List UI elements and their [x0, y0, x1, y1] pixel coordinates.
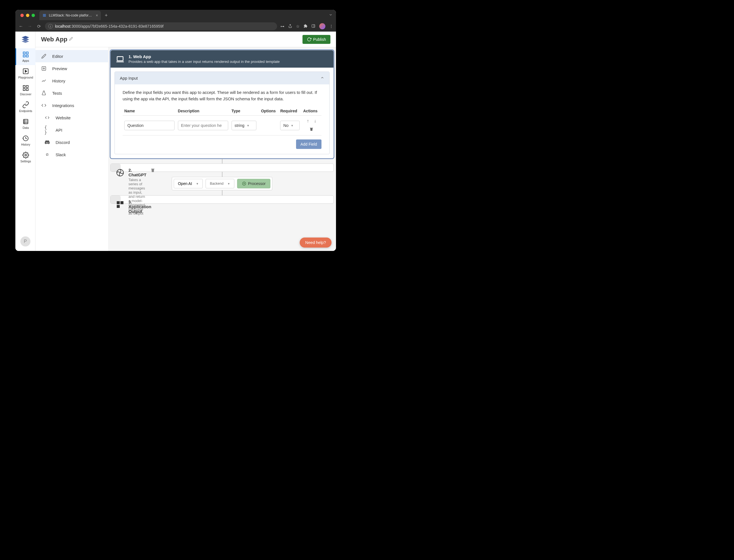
rail-endpoints-label: Endpoints [19, 109, 32, 113]
rail-apps-label: Apps [22, 59, 29, 62]
step-header-webapp: 1. Web App Provides a web app that takes… [111, 50, 334, 68]
tab-favicon-icon [42, 13, 47, 18]
processor-bar: Open AI ▼ Backend ▼ Processor [172, 177, 272, 190]
forward-icon[interactable]: → [27, 24, 33, 29]
url-input[interactable]: i localhost:3000/apps/7bf2e665-154a-432a… [45, 22, 277, 30]
site-info-icon[interactable]: i [48, 24, 53, 29]
caret-down-icon: ▼ [196, 182, 199, 185]
caret-down-icon: ▼ [291, 124, 294, 127]
menu-integrations-label: Integrations [52, 103, 74, 108]
field-type-select[interactable]: string ▼ [232, 121, 257, 130]
url-text: localhost:3000/apps/7bf2e665-154a-432a-8… [55, 24, 163, 29]
delete-step-icon[interactable] [150, 168, 155, 174]
collapse-icon[interactable] [321, 76, 324, 80]
rail-playground[interactable]: Playground [15, 65, 35, 82]
rail-history[interactable]: History [15, 132, 35, 149]
new-tab-icon[interactable]: + [105, 13, 108, 18]
rail-apps[interactable]: Apps [15, 48, 35, 65]
rail-discover[interactable]: Discover [15, 82, 35, 99]
reload-icon[interactable]: ⟳ [36, 24, 42, 29]
main-area: Web App Publish Editor Pr [35, 32, 336, 251]
delete-icon[interactable] [309, 127, 314, 132]
menu-editor[interactable]: Editor [35, 50, 108, 62]
svg-rect-35 [117, 205, 120, 208]
svg-point-25 [43, 68, 45, 69]
svg-rect-7 [26, 52, 28, 54]
traffic-lights [20, 14, 35, 17]
close-window-icon[interactable] [20, 14, 24, 17]
svg-rect-8 [23, 55, 25, 57]
menu-tests[interactable]: Tests [35, 87, 108, 99]
menu-history-label: History [52, 79, 65, 83]
publish-button[interactable]: Publish [303, 35, 331, 44]
svg-rect-2 [43, 16, 46, 16]
share-icon[interactable] [288, 24, 292, 29]
svg-rect-1 [43, 15, 46, 16]
svg-rect-12 [23, 86, 25, 87]
menu-slack[interactable]: Slack [35, 148, 108, 161]
field-desc-input[interactable] [178, 121, 228, 130]
logo-icon[interactable] [20, 34, 30, 44]
svg-rect-4 [312, 24, 315, 27]
preview-icon [41, 66, 47, 71]
menu-icon[interactable]: ⋮ [329, 24, 333, 29]
bookmark-icon[interactable]: ☆ [296, 24, 300, 29]
maximize-window-icon[interactable] [32, 14, 35, 17]
openai-icon [116, 168, 125, 177]
canvas: 1. Web App Provides a web app that takes… [108, 47, 336, 251]
help-button[interactable]: Need help? [300, 238, 332, 248]
col-type: Type [230, 106, 258, 116]
move-down-icon[interactable]: ↓ [314, 118, 316, 124]
step-card-chatgpt[interactable]: 2. ChatGPT Takes a series of messages as… [110, 163, 334, 172]
app-input-section: App Input Define the input fields you wa… [115, 72, 330, 154]
move-up-icon[interactable]: ↑ [307, 118, 309, 124]
key-icon[interactable]: ⊶ [281, 24, 284, 29]
chrome-dropdown-icon[interactable] [329, 13, 333, 18]
editor-icon [41, 53, 47, 59]
browser-window: LLMStack: No-code platform to × + ← → ⟳ … [15, 10, 336, 251]
tests-icon [41, 90, 47, 96]
sidepanel-icon[interactable] [312, 24, 315, 29]
step2-title: 2. ChatGPT [129, 168, 146, 177]
app-input-header[interactable]: App Input [115, 72, 329, 84]
minimize-window-icon[interactable] [26, 14, 29, 17]
menu-api[interactable]: { } API [35, 124, 108, 136]
caret-down-icon: ▼ [227, 182, 230, 185]
step-header-output: 3. Application Output [111, 196, 121, 203]
extensions-icon[interactable] [304, 24, 308, 29]
svg-point-23 [25, 154, 27, 156]
menu-integrations[interactable]: Integrations [35, 99, 108, 111]
page-title: Web App [41, 36, 67, 43]
field-name-input[interactable] [124, 121, 175, 130]
provider-select[interactable]: Open AI ▼ [174, 179, 203, 188]
menu-preview-label: Preview [52, 66, 67, 71]
field-required-select[interactable]: No ▼ [280, 121, 300, 130]
add-field-button[interactable]: Add Field [296, 139, 322, 149]
tab-close-icon[interactable]: × [96, 13, 98, 18]
connector-line [222, 172, 222, 177]
add-processor-button[interactable]: Processor [237, 179, 270, 188]
menu-website[interactable]: Website [35, 111, 108, 124]
svg-point-19 [25, 120, 25, 120]
rail-endpoints[interactable]: Endpoints [15, 99, 35, 115]
menu-editor-label: Editor [52, 54, 63, 59]
col-desc: Description [176, 106, 230, 116]
svg-rect-16 [23, 119, 28, 124]
user-avatar[interactable]: P [20, 236, 30, 246]
col-actions: Actions [302, 106, 322, 116]
rail-playground-label: Playground [18, 76, 33, 79]
menu-history[interactable]: History [35, 75, 108, 87]
left-rail: Apps Playground Discover Endpoints Data … [15, 32, 35, 251]
menu-preview[interactable]: Preview [35, 62, 108, 75]
browser-tab[interactable]: LLMStack: No-code platform to × [39, 11, 101, 20]
backend-select[interactable]: Backend ▼ [206, 179, 234, 188]
rail-settings[interactable]: Settings [15, 149, 35, 166]
back-icon[interactable]: ← [18, 24, 24, 29]
header-bar: Web App Publish [35, 32, 336, 47]
menu-discord[interactable]: Discord [35, 136, 108, 148]
svg-rect-15 [26, 89, 28, 91]
edit-title-icon[interactable] [69, 37, 73, 42]
profile-avatar-icon[interactable] [319, 23, 326, 29]
rail-data[interactable]: Data [15, 115, 35, 132]
api-icon: { } [44, 127, 50, 133]
